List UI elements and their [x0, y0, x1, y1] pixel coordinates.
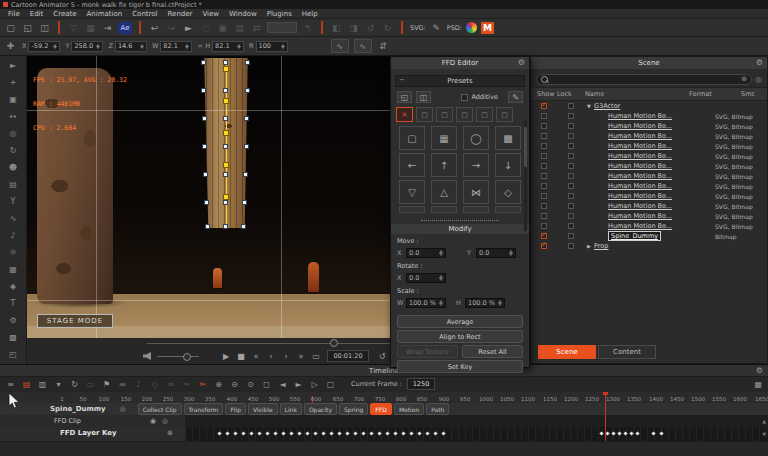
preferences-icon[interactable]: ⚙ — [7, 315, 19, 326]
stop-button[interactable]: ■ — [236, 352, 246, 361]
keyframe-diamond[interactable] — [337, 431, 341, 435]
ffd-lattice-point[interactable] — [223, 144, 228, 149]
menu-item[interactable]: Plugins — [262, 10, 297, 18]
set-key-button[interactable]: Set Key — [397, 360, 523, 373]
rotate-view-icon[interactable]: ↻ — [7, 145, 19, 156]
column-name[interactable]: Name — [585, 90, 689, 98]
keyframe-diamond[interactable] — [321, 431, 325, 435]
keyframe-diamond[interactable] — [617, 431, 621, 435]
keyframe-diamond[interactable] — [353, 431, 357, 435]
show-checkbox[interactable] — [541, 183, 547, 189]
scene-item-name[interactable]: Human Motion Bo... — [608, 192, 672, 200]
transform-value-field[interactable]: -59.2 — [28, 41, 60, 52]
rotate-ccw-icon[interactable]: ↺ — [364, 21, 377, 34]
ffd-lattice-point[interactable] — [201, 88, 206, 93]
redo-icon[interactable]: ↪ — [165, 21, 178, 34]
motion-curve-icon[interactable]: ∿ — [7, 213, 19, 224]
scene-item-name[interactable]: G3Actor — [594, 102, 620, 110]
scene-item-name[interactable]: Human Motion Bo... — [608, 152, 672, 160]
show-checkbox[interactable] — [541, 233, 547, 239]
svg-edit-icon[interactable]: ✎ — [430, 21, 443, 34]
modify-section-bar[interactable]: Modify — [391, 224, 529, 234]
lock-checkbox[interactable] — [568, 103, 574, 109]
face-puppet-icon[interactable]: ☻ — [7, 162, 19, 173]
show-checkbox[interactable] — [541, 163, 547, 169]
lock-checkbox[interactable] — [568, 193, 574, 199]
ffd-lattice-point[interactable] — [244, 116, 249, 121]
scene-row[interactable]: Human Motion Bo... SVG, Bitmap — [531, 221, 767, 231]
toolbar-separator[interactable] — [58, 21, 60, 34]
reset-all-button[interactable]: Reset All — [462, 345, 523, 358]
ffd-spine-node[interactable] — [223, 130, 229, 136]
show-checkbox[interactable] — [541, 113, 547, 119]
link-icon[interactable]: ∞ — [197, 42, 203, 50]
smart-pick-icon[interactable]: ◌ — [199, 21, 212, 34]
fit-project-icon[interactable]: ◻ — [261, 379, 272, 390]
scene-item-name[interactable]: Human Motion Bo... — [608, 112, 672, 120]
column-smc[interactable]: Smc — [741, 90, 767, 98]
keyframe-diamond[interactable] — [289, 431, 293, 435]
move-x-field[interactable]: 0.0 — [406, 248, 446, 258]
camera-tool-icon[interactable]: ▣ — [7, 94, 19, 105]
ffd-lattice-point[interactable] — [241, 224, 246, 229]
keyframe-diamond[interactable] — [257, 431, 261, 435]
ffd-clip-track[interactable] — [185, 415, 768, 427]
after-effects-badge[interactable]: Ae — [118, 22, 132, 34]
ffd-lattice-point[interactable] — [245, 60, 250, 65]
zoom-slider-handle[interactable] — [330, 339, 338, 347]
ffd-layer-key-row[interactable]: FFD Layer Key ⊗ ▼ — [0, 427, 768, 442]
save-project-icon[interactable]: ◫ — [38, 21, 51, 34]
show-checkbox[interactable] — [541, 153, 547, 159]
object-track-icon[interactable]: ▤ — [21, 379, 32, 390]
track-circle-icon[interactable]: ◎ — [120, 405, 126, 413]
break-clip-icon[interactable]: ✂ — [197, 379, 208, 390]
preset-pinch-icon[interactable]: ⋈ — [463, 180, 489, 204]
menu-item[interactable]: Animation — [82, 10, 128, 18]
bone-editor-icon[interactable]: Y — [7, 196, 19, 207]
loop-playback-icon[interactable]: ↻ — [69, 379, 80, 390]
ffd-lattice-point[interactable] — [204, 200, 209, 205]
ffd-lattice-point[interactable] — [244, 144, 249, 149]
lock-checkbox[interactable] — [568, 163, 574, 169]
menu-item[interactable]: Render — [163, 10, 198, 18]
lock-checkbox[interactable] — [568, 153, 574, 159]
preset-button-partial[interactable] — [463, 206, 489, 213]
range-select-icon[interactable]: ▭ — [85, 379, 96, 390]
scene-item-name[interactable]: Human Motion Bo... — [608, 122, 672, 130]
sprite-editor-icon[interactable]: ▤ — [7, 179, 19, 190]
lock-checkbox[interactable] — [568, 203, 574, 209]
track-category-button[interactable]: Spring — [339, 403, 368, 415]
lock-checkbox[interactable] — [568, 133, 574, 139]
gear-icon[interactable]: ⚙ — [756, 366, 763, 375]
ffd-lattice-point[interactable] — [223, 172, 228, 177]
refresh-button[interactable]: ↺ — [377, 352, 387, 361]
ffd-lattice-point[interactable] — [223, 200, 228, 205]
keyframe-diamond[interactable] — [249, 431, 253, 435]
keyframe-diamond[interactable] — [233, 431, 237, 435]
scene-item-name[interactable]: Human Motion Bo... — [608, 132, 672, 140]
scene-row[interactable]: Human Motion Bo... SVG, Bitmap — [531, 191, 767, 201]
ffd-lattice-point[interactable] — [242, 200, 247, 205]
align-right-icon[interactable]: ◨ — [347, 21, 360, 34]
next-marker-icon[interactable]: ► — [293, 379, 304, 390]
track-category-button[interactable]: Visible — [248, 403, 278, 415]
scene-row[interactable]: Human Motion Bo... SVG, Bitmap — [531, 181, 767, 191]
scene-row[interactable]: Human Motion Bo... SVG, Bitmap — [531, 211, 767, 221]
collapse-icon[interactable]: − — [399, 76, 405, 84]
snapshot-icon[interactable]: ▩ — [7, 332, 19, 343]
show-checkbox[interactable] — [541, 173, 547, 179]
track-category-button[interactable]: Link — [280, 403, 302, 415]
preset-move-up-icon[interactable]: ↑ — [431, 153, 457, 177]
clip-edit-icon[interactable]: ▬ — [117, 379, 128, 390]
menu-item[interactable]: Create — [48, 10, 81, 18]
ffd-spine-node[interactable] — [223, 194, 229, 200]
keyframe-diamond[interactable] — [605, 431, 609, 435]
expand-arrow-icon[interactable]: ▼ — [587, 103, 594, 109]
ffd-spine-node[interactable] — [223, 66, 229, 72]
ffd-lattice-point[interactable] — [223, 116, 228, 121]
ffd-lattice-point[interactable] — [245, 88, 250, 93]
preset-circle-icon[interactable]: ◯ — [463, 126, 489, 150]
show-checkbox[interactable] — [541, 133, 547, 139]
zoom-tool-icon[interactable]: ◎ — [7, 128, 19, 139]
transform-value-field[interactable]: 100 — [256, 41, 288, 52]
